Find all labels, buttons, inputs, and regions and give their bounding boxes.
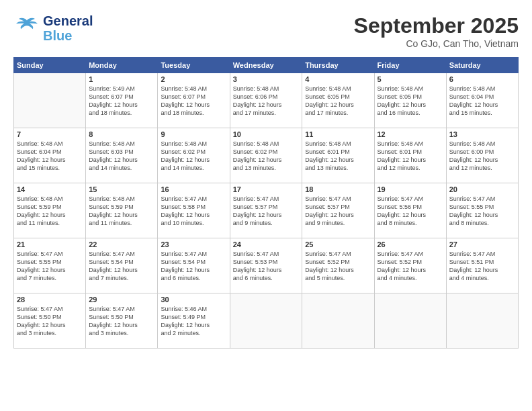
day-number: 1 (89, 75, 154, 83)
calendar-cell: 17Sunrise: 5:47 AMSunset: 5:57 PMDayligh… (230, 183, 302, 238)
day-info: Sunrise: 5:47 AMSunset: 5:50 PMDaylight:… (89, 305, 154, 338)
day-info: Sunrise: 5:48 AMSunset: 6:01 PMDaylight:… (305, 140, 371, 173)
day-number: 21 (17, 240, 83, 248)
day-number: 4 (305, 75, 371, 83)
calendar-cell: 9Sunrise: 5:48 AMSunset: 6:02 PMDaylight… (158, 128, 230, 183)
day-number: 5 (378, 75, 443, 83)
day-info: Sunrise: 5:47 AMSunset: 5:57 PMDaylight:… (233, 195, 299, 228)
calendar-cell: 25Sunrise: 5:47 AMSunset: 5:52 PMDayligh… (302, 238, 374, 293)
calendar-cell: 24Sunrise: 5:47 AMSunset: 5:53 PMDayligh… (230, 238, 302, 293)
day-info: Sunrise: 5:48 AMSunset: 6:00 PMDaylight:… (449, 140, 515, 173)
logo-icon (13, 15, 40, 42)
day-info: Sunrise: 5:48 AMSunset: 6:02 PMDaylight:… (233, 140, 299, 173)
calendar-cell (14, 73, 86, 128)
logo: General Blue (13, 13, 93, 43)
day-info: Sunrise: 5:47 AMSunset: 5:55 PMDaylight:… (449, 195, 515, 228)
day-number: 17 (233, 185, 299, 193)
day-info: Sunrise: 5:47 AMSunset: 5:52 PMDaylight:… (378, 250, 443, 283)
calendar-week-row: 28Sunrise: 5:47 AMSunset: 5:50 PMDayligh… (14, 293, 519, 349)
logo-blue: Blue (43, 28, 93, 43)
day-number: 25 (305, 240, 371, 248)
location-subtitle: Co GJo, Can Tho, Vietnam (354, 38, 519, 49)
calendar-cell (446, 293, 518, 349)
day-of-week-header: Thursday (302, 58, 374, 73)
day-info: Sunrise: 5:48 AMSunset: 5:59 PMDaylight:… (89, 195, 154, 228)
calendar-cell: 12Sunrise: 5:48 AMSunset: 6:01 PMDayligh… (374, 128, 446, 183)
calendar-cell: 30Sunrise: 5:46 AMSunset: 5:49 PMDayligh… (158, 293, 230, 349)
calendar-cell: 3Sunrise: 5:48 AMSunset: 6:06 PMDaylight… (230, 73, 302, 128)
day-info: Sunrise: 5:48 AMSunset: 6:04 PMDaylight:… (17, 140, 83, 173)
day-of-week-header: Friday (374, 58, 446, 73)
day-info: Sunrise: 5:48 AMSunset: 6:05 PMDaylight:… (378, 85, 443, 118)
calendar-cell: 2Sunrise: 5:48 AMSunset: 6:07 PMDaylight… (158, 73, 230, 128)
day-info: Sunrise: 5:47 AMSunset: 5:58 PMDaylight:… (161, 195, 226, 228)
calendar-cell (302, 293, 374, 349)
day-info: Sunrise: 5:47 AMSunset: 5:53 PMDaylight:… (233, 250, 299, 283)
month-title: September 2025 (354, 13, 519, 38)
calendar-cell: 19Sunrise: 5:47 AMSunset: 5:56 PMDayligh… (374, 183, 446, 238)
day-info: Sunrise: 5:47 AMSunset: 5:54 PMDaylight:… (161, 250, 226, 283)
calendar-cell: 22Sunrise: 5:47 AMSunset: 5:54 PMDayligh… (86, 238, 158, 293)
day-number: 14 (17, 185, 83, 193)
day-number: 19 (378, 185, 443, 193)
calendar-cell: 1Sunrise: 5:49 AMSunset: 6:07 PMDaylight… (86, 73, 158, 128)
calendar-cell (230, 293, 302, 349)
day-number: 16 (161, 185, 226, 193)
calendar-cell: 26Sunrise: 5:47 AMSunset: 5:52 PMDayligh… (374, 238, 446, 293)
day-number: 15 (89, 185, 154, 193)
calendar-header-row: SundayMondayTuesdayWednesdayThursdayFrid… (14, 58, 519, 73)
calendar-cell: 7Sunrise: 5:48 AMSunset: 6:04 PMDaylight… (14, 128, 86, 183)
day-number: 12 (378, 130, 443, 138)
title-block: September 2025 Co GJo, Can Tho, Vietnam (354, 13, 519, 49)
day-number: 28 (17, 295, 83, 304)
calendar-week-row: 14Sunrise: 5:48 AMSunset: 5:59 PMDayligh… (14, 183, 519, 238)
calendar-cell: 4Sunrise: 5:48 AMSunset: 6:05 PMDaylight… (302, 73, 374, 128)
calendar-cell: 29Sunrise: 5:47 AMSunset: 5:50 PMDayligh… (86, 293, 158, 349)
day-info: Sunrise: 5:48 AMSunset: 6:01 PMDaylight:… (378, 140, 443, 173)
day-info: Sunrise: 5:47 AMSunset: 5:51 PMDaylight:… (449, 250, 515, 283)
day-number: 13 (449, 130, 515, 138)
logo-general: General (43, 13, 93, 28)
day-number: 30 (161, 295, 226, 304)
calendar-week-row: 21Sunrise: 5:47 AMSunset: 5:55 PMDayligh… (14, 238, 519, 293)
day-number: 29 (89, 295, 154, 304)
day-info: Sunrise: 5:48 AMSunset: 6:03 PMDaylight:… (89, 140, 154, 173)
calendar-cell: 15Sunrise: 5:48 AMSunset: 5:59 PMDayligh… (86, 183, 158, 238)
day-number: 6 (449, 75, 515, 83)
calendar-cell: 11Sunrise: 5:48 AMSunset: 6:01 PMDayligh… (302, 128, 374, 183)
calendar-cell: 23Sunrise: 5:47 AMSunset: 5:54 PMDayligh… (158, 238, 230, 293)
calendar-cell: 18Sunrise: 5:47 AMSunset: 5:57 PMDayligh… (302, 183, 374, 238)
day-info: Sunrise: 5:46 AMSunset: 5:49 PMDaylight:… (161, 305, 226, 338)
day-number: 7 (17, 130, 83, 138)
day-info: Sunrise: 5:48 AMSunset: 6:04 PMDaylight:… (449, 85, 515, 118)
day-info: Sunrise: 5:49 AMSunset: 6:07 PMDaylight:… (89, 85, 154, 118)
day-info: Sunrise: 5:47 AMSunset: 5:57 PMDaylight:… (305, 195, 371, 228)
calendar-cell: 16Sunrise: 5:47 AMSunset: 5:58 PMDayligh… (158, 183, 230, 238)
day-number: 3 (233, 75, 299, 83)
calendar-week-row: 1Sunrise: 5:49 AMSunset: 6:07 PMDaylight… (14, 73, 519, 128)
day-of-week-header: Sunday (14, 58, 86, 73)
calendar-cell: 5Sunrise: 5:48 AMSunset: 6:05 PMDaylight… (374, 73, 446, 128)
day-info: Sunrise: 5:47 AMSunset: 5:50 PMDaylight:… (17, 305, 83, 338)
calendar-cell: 13Sunrise: 5:48 AMSunset: 6:00 PMDayligh… (446, 128, 518, 183)
day-info: Sunrise: 5:47 AMSunset: 5:55 PMDaylight:… (17, 250, 83, 283)
day-of-week-header: Tuesday (158, 58, 230, 73)
day-of-week-header: Saturday (446, 58, 518, 73)
day-info: Sunrise: 5:47 AMSunset: 5:52 PMDaylight:… (305, 250, 371, 283)
day-number: 23 (161, 240, 226, 248)
calendar-cell: 8Sunrise: 5:48 AMSunset: 6:03 PMDaylight… (86, 128, 158, 183)
day-number: 22 (89, 240, 154, 248)
day-info: Sunrise: 5:48 AMSunset: 5:59 PMDaylight:… (17, 195, 83, 228)
day-info: Sunrise: 5:48 AMSunset: 6:05 PMDaylight:… (305, 85, 371, 118)
day-number: 24 (233, 240, 299, 248)
calendar-cell: 10Sunrise: 5:48 AMSunset: 6:02 PMDayligh… (230, 128, 302, 183)
calendar-week-row: 7Sunrise: 5:48 AMSunset: 6:04 PMDaylight… (14, 128, 519, 183)
calendar-cell: 27Sunrise: 5:47 AMSunset: 5:51 PMDayligh… (446, 238, 518, 293)
day-number: 26 (378, 240, 443, 248)
day-info: Sunrise: 5:48 AMSunset: 6:02 PMDaylight:… (161, 140, 226, 173)
day-number: 8 (89, 130, 154, 138)
calendar-cell: 20Sunrise: 5:47 AMSunset: 5:55 PMDayligh… (446, 183, 518, 238)
day-number: 9 (161, 130, 226, 138)
day-info: Sunrise: 5:47 AMSunset: 5:54 PMDaylight:… (89, 250, 154, 283)
calendar-cell: 28Sunrise: 5:47 AMSunset: 5:50 PMDayligh… (14, 293, 86, 349)
